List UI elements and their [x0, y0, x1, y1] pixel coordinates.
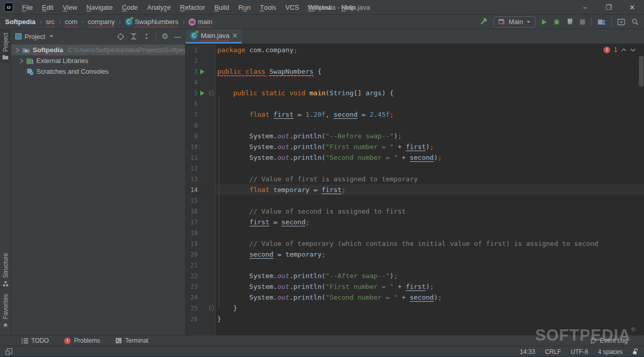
toolwindow-button-terminal[interactable]: Terminal [115, 337, 148, 344]
settings-gear-icon[interactable]: ⚙ [162, 33, 169, 40]
menu-tools[interactable]: Tools [255, 0, 281, 15]
maximize-button[interactable]: ❐ [597, 0, 620, 15]
error-icon[interactable]: ! [604, 47, 610, 53]
line-number: 16 [185, 208, 198, 215]
run-anything-icon[interactable] [617, 18, 626, 26]
code-line-14[interactable]: 14 float temporary = first; [185, 184, 644, 195]
tree-item-external-libraries[interactable]: External Libraries [11, 55, 185, 66]
debug-icon[interactable] [553, 18, 560, 26]
code-line-25[interactable]: 25− } [185, 303, 644, 313]
event-log-button[interactable]: Event Log [590, 337, 628, 344]
code-line-4[interactable]: 4 [185, 77, 644, 88]
code-line-1[interactable]: 1package com.company; [185, 45, 644, 55]
line-number: 13 [185, 176, 198, 183]
maximize-icon: ❐ [606, 4, 612, 11]
code-line-18[interactable]: 18 [185, 227, 644, 238]
code-line-13[interactable]: 13 // Value of first is assigned to temp… [185, 174, 644, 184]
code-line-26[interactable]: 26} [185, 313, 644, 324]
coverage-icon[interactable] [566, 18, 574, 26]
minimize-button[interactable]: – [573, 0, 597, 15]
run-gutter-icon[interactable] [200, 91, 204, 96]
code-line-9[interactable]: 9 System.out.println("--Before swap--"); [185, 131, 644, 141]
code-line-3[interactable]: 3public class SwapNumbers { [185, 66, 644, 77]
indent-setting[interactable]: 4 spaces [598, 348, 622, 355]
breadcrumb-src[interactable]: src [46, 18, 54, 26]
line-number: 11 [185, 154, 198, 161]
tree-item-softpedia[interactable]: SoftpediaC:\Users\Softpedia\IdeaProjects… [11, 45, 185, 55]
intellij-logo-icon: IJ [4, 3, 13, 12]
caret-position[interactable]: 14:33 [520, 348, 535, 355]
code-line-19[interactable]: 19 // Value of temporary (which contains… [185, 238, 644, 249]
code-line-7[interactable]: 7 float first = 1.20f, second = 2.45f; [185, 109, 644, 120]
breadcrumb-root[interactable]: Softpedia [5, 18, 35, 26]
run-icon[interactable] [541, 19, 547, 25]
code-line-22[interactable]: 22 System.out.println("--After swap--"); [185, 270, 644, 281]
menu-navigate[interactable]: Navigate [82, 0, 117, 15]
menu-build[interactable]: Build [210, 0, 234, 15]
build-hammer-icon[interactable] [480, 18, 488, 26]
code-line-21[interactable]: 21 [185, 260, 644, 270]
breadcrumb-com[interactable]: com [65, 18, 78, 26]
menu-code[interactable]: Code [117, 0, 142, 15]
tab-close-icon[interactable] [233, 33, 237, 38]
next-error-icon[interactable] [630, 48, 636, 52]
locate-icon[interactable] [117, 33, 124, 40]
code-editor[interactable]: 1package com.company;23public class Swap… [185, 44, 644, 335]
project-panel-title[interactable]: Project [25, 33, 45, 40]
editor-scrollbar[interactable] [639, 56, 643, 87]
code-line-11[interactable]: 11 System.out.println("Second number = "… [185, 152, 644, 163]
menu-edit[interactable]: Edit [37, 0, 58, 15]
stripe-tab-project[interactable]: Project [0, 29, 11, 64]
editor-tab-main-java[interactable]: C Main.java [185, 29, 242, 44]
code-line-2[interactable]: 2 [185, 55, 644, 66]
code-line-8[interactable]: 8 [185, 120, 644, 131]
code-line-23[interactable]: 23 System.out.println("First number = " … [185, 281, 644, 292]
breadcrumb-company[interactable]: company [88, 18, 115, 26]
tool-window-switcher-icon[interactable] [5, 348, 13, 355]
menu-vcs[interactable]: VCS [281, 0, 304, 15]
menu-file[interactable]: File [17, 0, 37, 15]
run-gutter-icon[interactable] [200, 69, 204, 74]
code-line-15[interactable]: 15 [185, 195, 644, 206]
code-line-24[interactable]: 24 System.out.println("Second number = "… [185, 292, 644, 303]
toolwindow-button-todo[interactable]: TODO [22, 337, 49, 344]
code-line-5[interactable]: 5− public static void main(String[] args… [185, 88, 644, 98]
window-controls: –❐✕ [573, 0, 644, 15]
code-line-12[interactable]: 12 [185, 163, 644, 174]
tree-item-scratches-and-consoles[interactable]: Scratches and Consoles [11, 66, 185, 77]
line-ending[interactable]: CRLF [545, 348, 561, 355]
run-configuration-select[interactable]: Main [493, 16, 535, 28]
project-structure-icon[interactable] [597, 18, 606, 26]
toolbar-divider [156, 32, 156, 41]
file-encoding[interactable]: UTF-8 [571, 348, 588, 355]
toolwindow-button-problems[interactable]: !Problems [64, 337, 100, 344]
main-area: ProjectStructureFavorites★ Project ⚙ — S… [0, 29, 644, 335]
code-line-16[interactable]: 16 // Value of second is assigned to fir… [185, 206, 644, 217]
breadcrumb-swapnumbers[interactable]: CSwapNumbers [125, 18, 178, 26]
stripe-tab-structure[interactable]: Structure [0, 249, 11, 290]
stripe-tab-favorites[interactable]: Favorites★ [0, 290, 11, 332]
unlock-icon[interactable] [632, 348, 639, 355]
hide-panel-icon[interactable]: — [174, 33, 181, 40]
search-everywhere-icon[interactable] [631, 18, 639, 26]
code-line-20[interactable]: 20 second = temporary; [185, 249, 644, 260]
chevron-right-icon [15, 48, 19, 53]
fold-end-icon[interactable]: − [209, 306, 214, 310]
prev-error-icon[interactable] [621, 48, 627, 52]
menu-analyze[interactable]: Analyze [142, 0, 175, 15]
menu-refactor[interactable]: Refactor [175, 0, 210, 15]
breadcrumb-separator-icon: › [39, 18, 41, 26]
collapse-all-icon[interactable] [143, 33, 150, 40]
expand-all-icon[interactable] [130, 33, 137, 40]
breadcrumb-main[interactable]: mmain [189, 18, 212, 26]
code-line-17[interactable]: 17 first = second; [185, 217, 644, 227]
code-line-6[interactable]: 6 [185, 98, 644, 109]
close-button[interactable]: ✕ [620, 0, 644, 15]
code-line-10[interactable]: 10 System.out.println("First number = " … [185, 141, 644, 152]
menu-run[interactable]: Run [234, 0, 255, 15]
fold-start-icon[interactable]: − [209, 91, 214, 95]
breadcrumb: Softpedia›src›com›company›CSwapNumbers›m… [5, 18, 212, 26]
editor-tab-label: Main.java [201, 32, 230, 39]
menu-view[interactable]: View [58, 0, 81, 15]
chevron-down-icon[interactable] [49, 35, 54, 38]
